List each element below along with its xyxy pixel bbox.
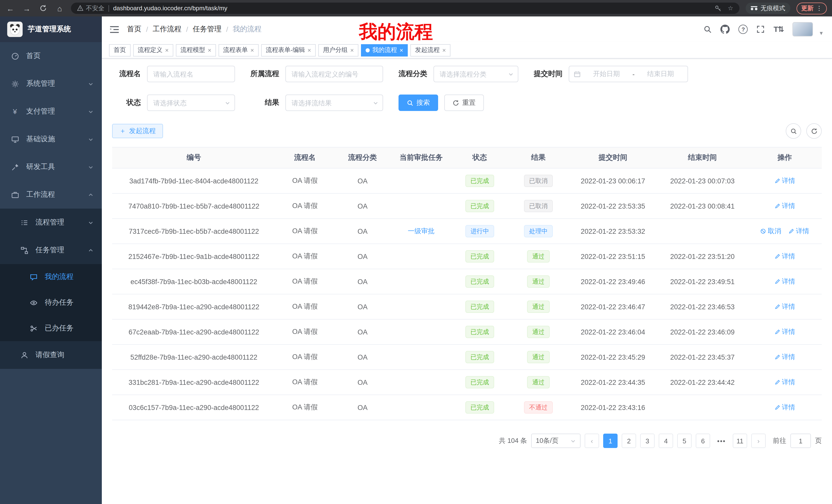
cell-id: 03c6c157-7b9a-11ec-a290-acde48001122 [112,395,276,420]
sidebar-item-my-process[interactable]: 我的流程 [0,264,102,290]
page-number-button[interactable]: 2 [622,433,636,448]
back-icon[interactable]: ← [5,4,16,12]
close-tab-icon[interactable]: × [165,47,169,54]
close-tab-icon[interactable]: × [308,47,311,54]
edit-icon [774,178,780,184]
sidebar-item-home[interactable]: 首页 [0,42,102,70]
sidebar-item-label: 任务管理 [35,246,64,255]
update-button[interactable]: 更新 ⋮ [797,2,827,14]
page-number-button[interactable]: 3 [640,433,655,448]
forward-icon[interactable]: → [22,4,32,12]
refresh-table-button[interactable] [806,123,822,139]
sidebar-item-leave-query[interactable]: 请假查询 [0,341,102,369]
submit-time-range-picker[interactable]: 开始日期 - 结束日期 [569,66,688,82]
cell-end-time: 2022-01-23 00:08:41 [657,193,748,219]
process-definition-input[interactable] [285,66,383,82]
search-button[interactable]: 搜索 [398,94,438,111]
detail-button[interactable]: 详情 [774,176,795,186]
tab-process-form[interactable]: 流程表单× [218,44,259,56]
search-icon[interactable] [704,25,712,33]
help-icon[interactable]: ? [739,25,748,34]
key-icon[interactable] [715,5,722,11]
tab-user-group[interactable]: 用户分组× [318,44,358,56]
detail-button[interactable]: 详情 [774,327,795,337]
detail-button[interactable]: 详情 [774,201,795,211]
close-tab-icon[interactable]: × [208,47,211,54]
browser-menu-icon[interactable]: ⋮ [816,5,822,12]
prev-page-button[interactable]: ‹ [585,433,599,448]
tab-process-form-edit[interactable]: 流程表单-编辑× [261,44,316,56]
detail-label: 详情 [782,403,795,412]
tab-my-process[interactable]: 我的流程× [361,44,408,56]
status-select[interactable] [147,94,235,111]
task-link[interactable]: 一级审批 [408,227,435,236]
cancel-button[interactable]: 取消 [760,227,781,236]
cell-id: 819442e8-7b9a-11ec-a290-acde48001122 [112,294,276,319]
cell-current-task [391,193,451,219]
sidebar-item-infrastructure[interactable]: 基础设施 [0,125,102,153]
close-tab-icon[interactable]: × [442,47,446,54]
close-tab-icon[interactable]: × [251,47,254,54]
breadcrumb-item[interactable]: 任务管理 [193,25,222,34]
avatar[interactable] [792,22,813,36]
page-number-button[interactable]: 1 [603,433,618,448]
page-number-button[interactable]: ••• [714,433,729,448]
bookmark-star-icon[interactable]: ☆ [728,5,733,12]
page-number-button[interactable]: 5 [677,433,692,448]
sidebar-item-workflow[interactable]: 工作流程 [0,181,102,208]
detail-label: 详情 [782,176,795,186]
tab-start-process[interactable]: 发起流程× [410,44,450,56]
home-icon[interactable]: ⌂ [54,4,65,12]
security-indicator[interactable]: 不安全 [77,4,104,12]
reload-icon[interactable] [38,5,48,12]
page-size-select[interactable]: 10条/页 [531,433,580,448]
detail-button[interactable]: 详情 [774,377,795,387]
cell-current-task [391,344,451,370]
page-number-button[interactable]: 11 [733,433,747,448]
cell-result: 通过 [508,244,569,269]
sidebar-item-todo-tasks[interactable]: 待办任务 [0,290,102,315]
sidebar-item-done-tasks[interactable]: 已办任务 [0,315,102,341]
fullscreen-icon[interactable] [757,25,765,33]
tab-process-definition[interactable]: 流程定义× [133,44,173,56]
sidebar-item-process-management[interactable]: 流程管理 [0,208,102,236]
process-table: 编号 流程名 流程分类 当前审批任务 状态 结果 提交时间 结束时间 操作 [112,147,822,420]
url-text[interactable]: dashboard.yudao.iocoder.cn/bpm/task/my [113,5,227,12]
cell-name: OA 请假 [276,193,334,219]
process-category-select[interactable] [434,66,518,82]
show-search-toggle-button[interactable] [786,123,801,139]
sidebar-item-system[interactable]: 系统管理 [0,70,102,97]
tab-process-model[interactable]: 流程模型× [176,44,216,56]
cell-category: OA [334,370,391,395]
detail-button[interactable]: 详情 [774,277,795,286]
cell-current-task [391,395,451,420]
close-tab-icon[interactable]: × [399,47,403,54]
breadcrumb-item[interactable]: 工作流程 [153,25,182,34]
tab-home[interactable]: 首页 [109,44,131,56]
reset-button[interactable]: 重置 [444,94,484,111]
goto-page-input[interactable] [790,433,811,448]
create-process-button[interactable]: ＋ 发起流程 [112,124,163,138]
font-size-icon[interactable]: T⇅ [774,25,784,34]
sidebar-item-task-management[interactable]: 任务管理 [0,236,102,264]
result-select[interactable] [285,94,383,111]
page-number-button[interactable]: 6 [696,433,710,448]
sidebar-toggle-icon[interactable] [110,25,119,33]
address-bar[interactable]: 不安全 dashboard.yudao.iocoder.cn/bpm/task/… [71,3,739,14]
detail-button[interactable]: 详情 [774,353,795,362]
sidebar-item-devtools[interactable]: 研发工具 [0,153,102,181]
close-tab-icon[interactable]: × [350,47,354,54]
breadcrumb-item[interactable]: 首页 [127,25,141,34]
edit-icon [774,278,780,285]
github-icon[interactable] [721,25,730,34]
cell-actions: 取消 详情 [748,244,822,269]
sidebar-item-payment[interactable]: ¥ 支付管理 [0,97,102,125]
next-page-button[interactable]: › [751,433,766,448]
process-name-input[interactable] [147,66,235,82]
page-number-button[interactable]: 4 [659,433,673,448]
detail-button[interactable]: 详情 [774,252,795,261]
detail-button[interactable]: 详情 [788,227,809,236]
avatar-caret-icon[interactable]: ▼ [818,30,824,36]
detail-button[interactable]: 详情 [774,403,795,412]
detail-button[interactable]: 详情 [774,302,795,311]
